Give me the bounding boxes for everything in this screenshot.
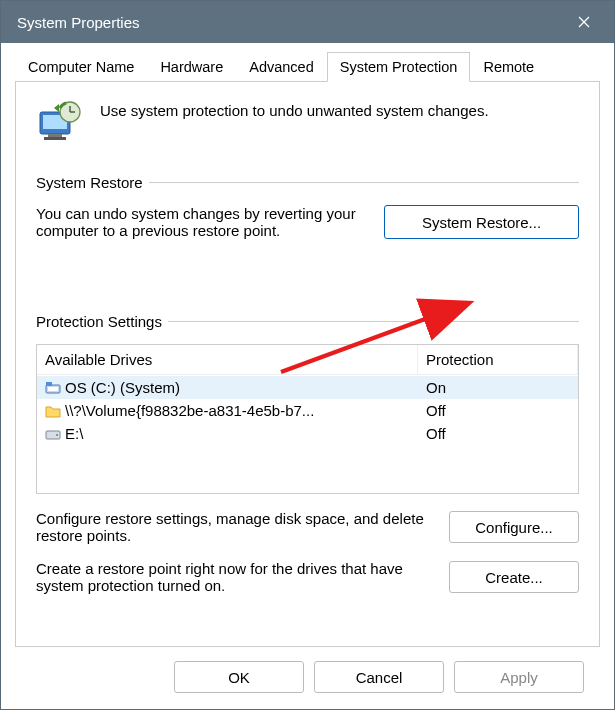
divider — [149, 182, 579, 183]
protection-settings-title: Protection Settings — [36, 313, 162, 330]
table-row[interactable]: E:\ Off — [37, 422, 578, 445]
protection-value: On — [418, 376, 578, 399]
os-drive-icon — [45, 380, 61, 396]
system-restore-title: System Restore — [36, 174, 143, 191]
folder-icon — [45, 403, 61, 419]
configure-description: Configure restore settings, manage disk … — [36, 510, 431, 544]
column-available-drives[interactable]: Available Drives — [37, 345, 418, 375]
system-restore-description: You can undo system changes by reverting… — [36, 205, 366, 239]
drive-label: OS (C:) (System) — [65, 379, 180, 396]
create-button[interactable]: Create... — [449, 561, 579, 593]
group-protection-settings: Protection Settings Available Drives Pro… — [36, 313, 579, 594]
header-row: Use system protection to undo unwanted s… — [36, 98, 579, 146]
system-protection-icon — [36, 98, 84, 146]
svg-rect-13 — [46, 382, 52, 386]
create-description: Create a restore point right now for the… — [36, 560, 431, 594]
configure-button[interactable]: Configure... — [449, 511, 579, 543]
svg-rect-14 — [48, 387, 58, 391]
drive-icon — [45, 426, 61, 442]
column-protection[interactable]: Protection — [418, 345, 578, 375]
close-icon — [578, 16, 590, 28]
drives-body: OS (C:) (System) On \\?\Volume{f98832be-… — [37, 376, 578, 493]
drive-label: \\?\Volume{f98832be-a831-4e5b-b7... — [65, 402, 314, 419]
table-row[interactable]: \\?\Volume{f98832be-a831-4e5b-b7... Off — [37, 399, 578, 422]
svg-rect-4 — [48, 134, 62, 137]
cancel-button[interactable]: Cancel — [314, 661, 444, 693]
divider — [168, 321, 579, 322]
drives-table: Available Drives Protection OS (C:) (Sys… — [36, 344, 579, 494]
tab-strip: Computer Name Hardware Advanced System P… — [15, 51, 600, 82]
header-text: Use system protection to undo unwanted s… — [100, 98, 489, 119]
protection-value: Off — [418, 399, 578, 422]
tab-panel: Use system protection to undo unwanted s… — [15, 82, 600, 647]
dialog-window: System Properties Computer Name Hardware… — [0, 0, 615, 710]
svg-rect-5 — [44, 137, 66, 140]
tab-computer-name[interactable]: Computer Name — [15, 52, 147, 82]
window-title: System Properties — [17, 14, 562, 31]
tab-hardware[interactable]: Hardware — [147, 52, 236, 82]
tab-remote[interactable]: Remote — [470, 52, 547, 82]
table-row[interactable]: OS (C:) (System) On — [37, 376, 578, 399]
drive-label: E:\ — [65, 425, 83, 442]
dialog-footer: OK Cancel Apply — [15, 647, 600, 709]
svg-marker-9 — [54, 104, 59, 112]
svg-point-16 — [56, 434, 58, 436]
tab-system-protection[interactable]: System Protection — [327, 52, 471, 82]
ok-button[interactable]: OK — [174, 661, 304, 693]
drives-header: Available Drives Protection — [37, 345, 578, 376]
system-restore-button[interactable]: System Restore... — [384, 205, 579, 239]
protection-value: Off — [418, 422, 578, 445]
tab-advanced[interactable]: Advanced — [236, 52, 327, 82]
title-bar: System Properties — [1, 1, 614, 43]
close-button[interactable] — [562, 6, 606, 38]
apply-button[interactable]: Apply — [454, 661, 584, 693]
content-area: Computer Name Hardware Advanced System P… — [1, 43, 614, 709]
group-system-restore: System Restore You can undo system chang… — [36, 174, 579, 257]
